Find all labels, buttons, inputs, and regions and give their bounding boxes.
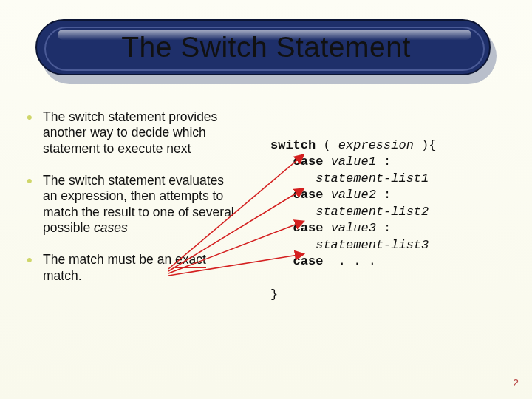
code-indent bbox=[270, 154, 293, 168]
bullet-list: The switch statement provides another wa… bbox=[27, 109, 241, 284]
bullet-3-em: exact bbox=[175, 252, 206, 268]
bullet-2: The switch statement evaluates an expres… bbox=[27, 173, 241, 236]
kw-switch: switch bbox=[270, 138, 316, 152]
bullet-3: The match must be an exact match. bbox=[27, 252, 241, 284]
left-column: The switch statement provides another wa… bbox=[27, 109, 241, 300]
code-close-brace: } bbox=[270, 287, 278, 301]
code-value2: value2 bbox=[331, 188, 376, 202]
code-indent-3 bbox=[270, 221, 293, 235]
bullet-3-text-b: match. bbox=[43, 268, 82, 283]
code-colon-2: : bbox=[376, 188, 391, 202]
code-block: switch ( expression ){ case value1 : sta… bbox=[270, 137, 514, 303]
code-indent2-2 bbox=[270, 205, 316, 219]
code-stmt1: statement-list1 bbox=[316, 171, 429, 185]
bullet-2-em: cases bbox=[94, 220, 128, 235]
code-indent-4 bbox=[270, 254, 293, 268]
code-colon-3: : bbox=[376, 221, 391, 235]
kw-case-3: case bbox=[293, 221, 324, 235]
code-value1: value1 bbox=[331, 154, 376, 168]
kw-case-1: case bbox=[293, 154, 324, 168]
code-paren-open: ( bbox=[316, 138, 338, 152]
code-colon-1: : bbox=[376, 154, 391, 168]
bullet-2-text-a: The switch statement evaluates an expres… bbox=[43, 173, 234, 235]
bullet-3-text-a: The match must be an bbox=[43, 252, 175, 267]
code-value3: value3 bbox=[331, 221, 376, 235]
bullet-1: The switch statement provides another wa… bbox=[27, 109, 241, 157]
code-indent2-1 bbox=[270, 171, 316, 185]
code-ellipsis: . . . bbox=[338, 254, 376, 268]
code-stmt3: statement-list3 bbox=[316, 238, 429, 252]
content-area: The switch statement provides another wa… bbox=[27, 109, 505, 375]
page-number: 2 bbox=[513, 377, 519, 389]
code-indent2-3 bbox=[270, 238, 316, 252]
bullet-1-text: The switch statement provides another wa… bbox=[43, 109, 217, 156]
slide-title: The Switch Statement bbox=[0, 0, 532, 64]
kw-case-4: case bbox=[293, 254, 324, 268]
code-expression: expression bbox=[338, 138, 414, 152]
code-paren-close: ){ bbox=[414, 138, 437, 152]
code-stmt2: statement-list2 bbox=[316, 205, 429, 219]
kw-case-2: case bbox=[293, 188, 324, 202]
code-indent-2 bbox=[270, 188, 293, 202]
